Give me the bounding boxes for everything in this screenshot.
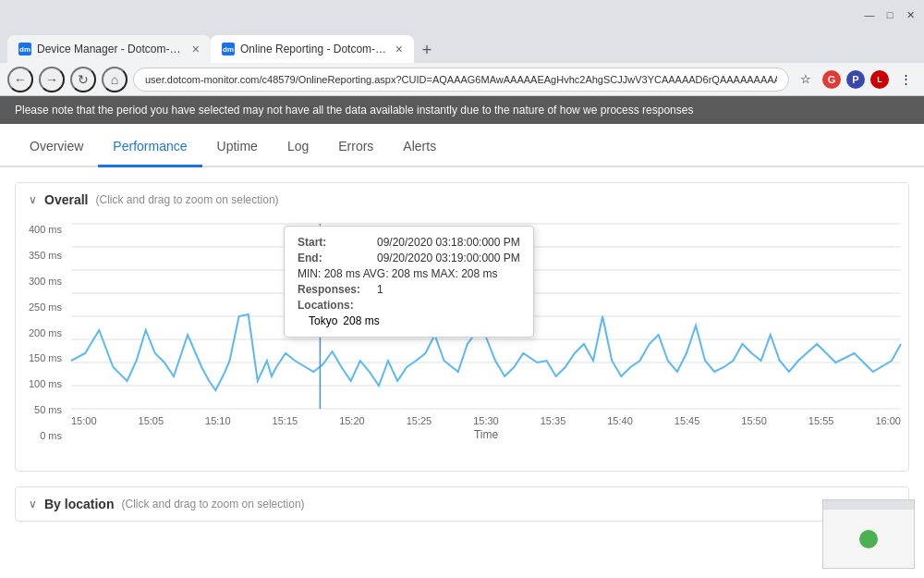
tab-favicon-1: dm: [18, 43, 31, 55]
x-label-1530: 15:30: [473, 415, 499, 426]
tooltip-locations-row: Locations:: [298, 299, 520, 312]
tooltip-locations-label: Locations:: [298, 299, 371, 312]
tab-log[interactable]: Log: [273, 128, 323, 167]
notification-text: Please note that the period you have sel…: [15, 104, 693, 117]
tab-errors[interactable]: Errors: [323, 128, 388, 167]
address-bar-row: ← → ↻ ⌂ ☆ G P L ⋮: [0, 63, 924, 96]
x-label-1535: 15:35: [541, 415, 566, 426]
tooltip-responses-row: Responses: 1: [298, 283, 520, 296]
y-label-0: 0 ms: [19, 430, 62, 441]
forward-button[interactable]: →: [39, 67, 65, 92]
extension-icon[interactable]: P: [846, 70, 865, 89]
refresh-button[interactable]: ↻: [70, 67, 96, 92]
page-content: Please note that the period you have sel…: [0, 96, 924, 578]
y-label-200: 200 ms: [19, 327, 62, 338]
minimize-button[interactable]: —: [863, 8, 876, 21]
y-label-150: 150 ms: [19, 352, 62, 363]
tab-favicon-2: dm: [222, 43, 235, 55]
y-axis-labels: 0 ms 50 ms 100 ms 150 ms 200 ms 250 ms 3…: [19, 224, 67, 441]
notification-bar: Please note that the period you have sel…: [0, 96, 924, 124]
x-label-1600: 16:00: [875, 415, 901, 426]
overall-section: ∨ Overall (Click and drag to zoom on sel…: [15, 182, 909, 472]
mini-screenshot: [822, 499, 915, 569]
by-location-subtitle: (Click and drag to zoom on selection): [121, 498, 304, 510]
home-button[interactable]: ⌂: [102, 67, 128, 92]
by-location-title: By location: [44, 497, 114, 511]
y-label-250: 250 ms: [19, 301, 62, 313]
by-location-section: ∨ By location (Click and drag to zoom on…: [15, 486, 909, 522]
tooltip-end-row: End: 09/20/2020 03:19:00:000 PM: [298, 252, 520, 264]
by-location-header: ∨ By location (Click and drag to zoom on…: [16, 487, 908, 521]
browser-chrome: — □ ✕ dm Device Manager - Dotcom-Moni...…: [0, 0, 924, 96]
x-label-1500: 15:00: [71, 415, 97, 426]
profile-icon[interactable]: G: [822, 70, 841, 89]
y-label-50: 50 ms: [19, 404, 62, 415]
x-label-1510: 15:10: [205, 415, 231, 426]
tab-title-1: Device Manager - Dotcom-Moni...: [37, 43, 187, 55]
x-label-1555: 15:55: [808, 415, 834, 426]
address-input[interactable]: [133, 68, 789, 92]
mini-green-circle: [859, 530, 878, 548]
x-label-1520: 15:20: [339, 415, 365, 426]
overall-section-header: ∨ Overall (Click and drag to zoom on sel…: [16, 183, 908, 216]
tab-overview[interactable]: Overview: [15, 128, 98, 167]
new-tab-button[interactable]: +: [414, 37, 440, 63]
y-label-350: 350 ms: [19, 250, 62, 261]
tooltip-stats-row: MIN: 208 ms AVG: 208 ms MAX: 208 ms: [298, 267, 520, 280]
tab-alerts[interactable]: Alerts: [388, 128, 451, 167]
x-label-1515: 15:15: [273, 415, 298, 426]
browser-tabs-bar: dm Device Manager - Dotcom-Moni... × dm …: [0, 30, 924, 63]
tooltip-responses-label: Responses:: [298, 283, 371, 296]
y-label-100: 100 ms: [19, 378, 62, 389]
x-axis-labels: 15:00 15:05 15:10 15:15 15:20 15:25 15:3…: [71, 415, 901, 426]
tooltip-location-row: Tokyo 208 ms: [309, 314, 520, 327]
page-tabs-nav: Overview Performance Uptime Log Errors A…: [0, 128, 924, 167]
tab-close-1[interactable]: ×: [192, 42, 200, 56]
back-button[interactable]: ←: [7, 67, 33, 92]
overall-chart[interactable]: 0 ms 50 ms 100 ms 150 ms 200 ms 250 ms 3…: [16, 216, 908, 471]
chart-tooltip: Start: 09/20/2020 03:18:00:000 PM End: 0…: [284, 226, 534, 338]
x-label-1545: 15:45: [675, 415, 700, 426]
lastpass-icon[interactable]: L: [870, 70, 889, 89]
window-controls: — □ ✕: [863, 8, 917, 21]
tooltip-start-label: Start:: [298, 236, 371, 249]
mini-body: [823, 510, 914, 568]
bookmark-icon[interactable]: ☆: [795, 68, 817, 91]
close-button[interactable]: ✕: [904, 8, 917, 21]
tooltip-location-value: 208 ms: [343, 314, 379, 327]
maximize-button[interactable]: □: [883, 8, 896, 21]
browser-tab-2[interactable]: dm Online Reporting - Dotcom-Moni... ×: [211, 35, 414, 63]
tab-uptime[interactable]: Uptime: [202, 128, 273, 167]
tooltip-responses-value: 1: [377, 283, 383, 296]
x-label-1525: 15:25: [407, 415, 432, 426]
tooltip-location-name: Tokyo: [309, 314, 337, 327]
by-location-chevron[interactable]: ∨: [29, 498, 37, 510]
menu-icon[interactable]: ⋮: [894, 68, 917, 91]
x-label-1505: 15:05: [139, 415, 164, 426]
x-label-1550: 15:50: [741, 415, 767, 426]
tab-performance[interactable]: Performance: [98, 128, 201, 167]
browser-toolbar-icons: ☆ G P L ⋮: [795, 68, 917, 91]
y-label-400: 400 ms: [19, 224, 62, 235]
tooltip-stats: MIN: 208 ms AVG: 208 ms MAX: 208 ms: [298, 267, 498, 280]
mini-preview-content: [823, 500, 914, 568]
browser-tab-1[interactable]: dm Device Manager - Dotcom-Moni... ×: [7, 35, 211, 63]
tooltip-end-label: End:: [298, 252, 371, 264]
title-bar: — □ ✕: [0, 0, 924, 30]
tooltip-start-row: Start: 09/20/2020 03:18:00:000 PM: [298, 236, 520, 249]
overall-subtitle: (Click and drag to zoom on selection): [95, 193, 278, 206]
tab-close-2[interactable]: ×: [395, 42, 403, 56]
x-label-1540: 15:40: [607, 415, 633, 426]
tooltip-start-value: 09/20/2020 03:18:00:000 PM: [377, 236, 520, 249]
mini-top-bar: [823, 500, 914, 510]
tooltip-end-value: 09/20/2020 03:19:00:000 PM: [377, 252, 520, 264]
x-axis-title: Time: [71, 428, 901, 441]
tab-title-2: Online Reporting - Dotcom-Moni...: [240, 43, 390, 55]
y-label-300: 300 ms: [19, 276, 62, 287]
overall-title: Overall: [44, 192, 88, 207]
overall-chevron[interactable]: ∨: [29, 193, 37, 206]
